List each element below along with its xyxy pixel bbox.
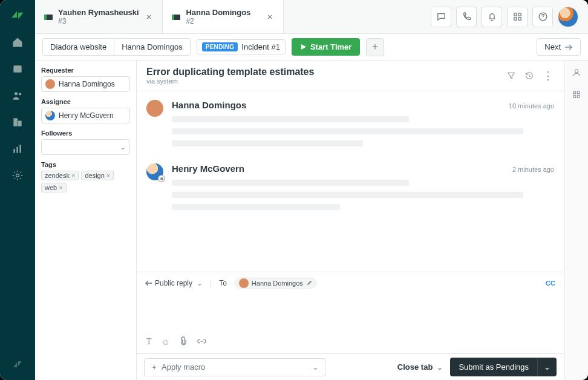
close-icon[interactable]: × bbox=[144, 10, 154, 24]
tab-sub: #3 bbox=[58, 17, 139, 25]
start-timer-button[interactable]: Start Timer bbox=[292, 38, 360, 56]
message: Henry McGovern 2 minutes ago bbox=[146, 163, 554, 210]
current-user-avatar[interactable] bbox=[558, 7, 578, 27]
user-context-icon[interactable] bbox=[572, 68, 581, 80]
svg-rect-21 bbox=[573, 95, 575, 97]
svg-rect-6 bbox=[16, 147, 18, 153]
remove-tag-icon[interactable]: × bbox=[59, 184, 62, 191]
inbox-icon[interactable] bbox=[10, 62, 25, 76]
reply-textarea[interactable] bbox=[145, 289, 555, 333]
tags-field[interactable]: zendesk× design× web× bbox=[41, 171, 130, 192]
tab-sub: #2 bbox=[186, 17, 250, 25]
tag[interactable]: design× bbox=[81, 171, 114, 180]
apply-macro-select[interactable]: Apply macro ⌄ bbox=[144, 358, 325, 376]
tab-bar: Yauhen Rymasheuski #3 × Hanna Domingos #… bbox=[35, 0, 588, 34]
breadcrumb-row: Diadora website Hanna Domingos PENDING I… bbox=[35, 34, 588, 61]
svg-rect-13 bbox=[514, 13, 516, 16]
phone-icon[interactable] bbox=[456, 7, 477, 27]
next-button[interactable]: Next bbox=[537, 38, 581, 56]
remove-tag-icon[interactable]: × bbox=[71, 172, 75, 179]
add-button[interactable]: ＋ bbox=[366, 38, 384, 56]
requester-value: Hanna Domingos bbox=[59, 80, 115, 88]
svg-rect-0 bbox=[13, 65, 21, 73]
agent-badge-icon bbox=[158, 175, 165, 182]
placeholder-line bbox=[172, 140, 363, 146]
assignee-label: Assignee bbox=[41, 98, 130, 105]
users-icon[interactable] bbox=[10, 88, 25, 103]
zendesk-mark-icon bbox=[10, 357, 25, 372]
status-badge: PENDING bbox=[202, 42, 238, 51]
ticket-icon bbox=[171, 12, 181, 22]
requester-field[interactable]: Hanna Domingos bbox=[41, 76, 130, 92]
breadcrumb: Diadora website Hanna Domingos bbox=[42, 38, 191, 56]
reply-type-select[interactable]: Public reply bbox=[145, 279, 203, 287]
avatar bbox=[45, 111, 55, 120]
apps-icon[interactable] bbox=[507, 7, 528, 27]
lightning-icon bbox=[151, 364, 158, 371]
incident-chip[interactable]: PENDING Incident #1 bbox=[197, 39, 286, 54]
avatar bbox=[146, 163, 163, 180]
zendesk-logo-icon bbox=[10, 7, 25, 23]
message-author: Henry McGovern bbox=[172, 163, 244, 174]
svg-rect-20 bbox=[577, 91, 580, 94]
placeholder-line bbox=[172, 116, 409, 122]
svg-rect-3 bbox=[13, 118, 18, 126]
message-time: 2 minutes ago bbox=[512, 166, 554, 173]
followers-field[interactable]: ⌄ bbox=[41, 139, 130, 155]
submit-dropdown[interactable]: ⌄ bbox=[537, 358, 557, 376]
submit-button[interactable]: Submit as Pendings bbox=[450, 358, 537, 376]
assignee-value: Henry McGovern bbox=[59, 111, 114, 120]
svg-rect-19 bbox=[573, 91, 575, 94]
text-format-icon[interactable]: T bbox=[146, 337, 152, 347]
apps-context-icon[interactable] bbox=[572, 90, 581, 102]
svg-point-8 bbox=[16, 174, 19, 177]
chat-icon[interactable] bbox=[431, 7, 451, 27]
org-icon[interactable] bbox=[10, 115, 25, 129]
close-icon[interactable]: × bbox=[265, 10, 275, 24]
message-time: 10 minutes ago bbox=[509, 102, 554, 110]
svg-rect-12 bbox=[172, 15, 174, 20]
tag[interactable]: web× bbox=[41, 183, 67, 192]
tab-ticket-3[interactable]: Yauhen Rymasheuski #3 × bbox=[35, 0, 163, 33]
link-icon[interactable] bbox=[197, 337, 206, 347]
reports-icon[interactable] bbox=[10, 142, 25, 156]
chevron-down-icon: ⌄ bbox=[312, 362, 319, 372]
tag[interactable]: zendesk× bbox=[41, 171, 79, 180]
svg-point-2 bbox=[19, 93, 21, 95]
more-icon[interactable]: ⋮ bbox=[543, 70, 554, 81]
filter-icon[interactable] bbox=[506, 71, 516, 80]
home-icon[interactable] bbox=[10, 35, 25, 50]
help-icon[interactable] bbox=[532, 7, 553, 27]
settings-icon[interactable] bbox=[10, 168, 25, 183]
reply-arrow-icon bbox=[145, 280, 152, 286]
emoji-icon[interactable]: ☺ bbox=[162, 337, 170, 347]
tags-label: Tags bbox=[41, 161, 130, 168]
breadcrumb-org[interactable]: Diadora website bbox=[43, 39, 114, 55]
breadcrumb-person[interactable]: Hanna Domingos bbox=[114, 39, 189, 55]
tab-title: Yauhen Rymasheuski bbox=[58, 8, 139, 18]
svg-point-18 bbox=[575, 70, 578, 73]
top-actions bbox=[421, 0, 588, 33]
ticket-properties-panel: Requester Hanna Domingos Assignee Henry … bbox=[35, 61, 137, 380]
placeholder-line bbox=[172, 128, 523, 134]
svg-rect-16 bbox=[518, 18, 520, 20]
avatar bbox=[146, 100, 163, 117]
avatar bbox=[45, 79, 55, 89]
assignee-field[interactable]: Henry McGovern bbox=[41, 108, 130, 123]
footer-bar: Apply macro ⌄ Close tab Submit as Pendin… bbox=[137, 353, 564, 380]
cc-button[interactable]: CC bbox=[546, 280, 555, 287]
remove-tag-icon[interactable]: × bbox=[106, 172, 110, 179]
left-nav-rail bbox=[0, 0, 35, 380]
attachment-icon[interactable] bbox=[180, 336, 188, 347]
close-tab-button[interactable]: Close tab bbox=[397, 362, 443, 372]
svg-point-1 bbox=[15, 92, 18, 95]
tab-ticket-2[interactable]: Hanna Domingos #2 × bbox=[163, 0, 284, 33]
reply-toolbar: T ☺ bbox=[145, 333, 555, 351]
placeholder-line bbox=[172, 192, 523, 198]
ticket-subtitle: via system bbox=[146, 77, 314, 85]
bell-icon[interactable] bbox=[482, 7, 502, 27]
svg-rect-7 bbox=[19, 145, 21, 152]
placeholder-line bbox=[172, 204, 340, 210]
history-icon[interactable] bbox=[524, 71, 534, 80]
reply-recipient[interactable]: Hanna Domingos bbox=[234, 277, 317, 289]
